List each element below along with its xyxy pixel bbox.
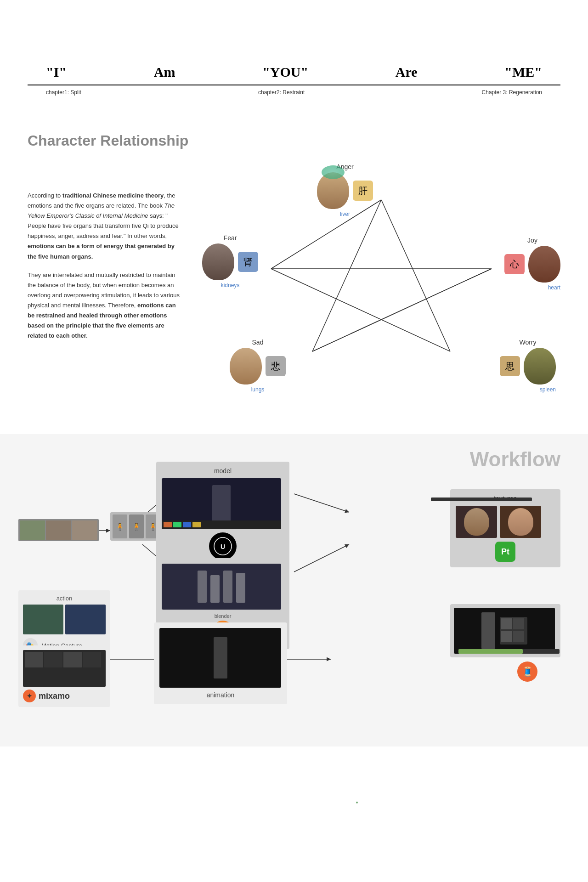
organ-fear-kidneys: Fear 肾 kidneys	[202, 234, 258, 288]
model-label: model	[162, 467, 284, 475]
action-screen-2	[65, 605, 106, 634]
action-screens	[23, 605, 106, 634]
animation-screen	[159, 628, 281, 688]
sad-face	[230, 348, 262, 384]
spleen-label: spleen	[540, 386, 556, 393]
mixamo-box: ✦ mixamo	[18, 645, 110, 707]
title-word-are: Are	[396, 64, 418, 80]
svg-line-12	[294, 494, 349, 512]
lungs-icon: 悲	[266, 356, 286, 376]
char-paragraph-1: According to traditional Chinese medicin…	[28, 191, 184, 262]
marvelous-designer-area: 🧵	[517, 662, 537, 682]
action-label: action	[23, 595, 106, 602]
title-word-am: Am	[154, 64, 175, 80]
skeleton-1	[198, 571, 207, 603]
animation-box: animation	[154, 622, 287, 704]
spleen-icon: 思	[500, 356, 520, 376]
mixamo-thumb-4	[83, 652, 101, 667]
char-content: According to traditional Chinese medicin…	[28, 163, 560, 402]
liver-label: liver	[340, 211, 350, 217]
rig-panel-item-4	[513, 631, 524, 642]
ue-screen	[162, 478, 281, 529]
mixamo-thumb-2	[44, 652, 62, 667]
photo-3	[72, 520, 97, 540]
timeline-hidden	[431, 498, 532, 501]
texture-screen-2	[500, 506, 541, 538]
blender-screen	[162, 564, 281, 610]
organ-worry-spleen: Worry 思 spleen	[500, 339, 556, 393]
ue-btn-4	[192, 522, 201, 527]
photo-strip	[18, 519, 99, 541]
skeleton-figures	[198, 571, 245, 603]
model-thumbs: 🧍 🧍 🧍	[110, 512, 163, 541]
model-thumb-1: 🧍	[113, 514, 127, 538]
svg-line-0	[381, 200, 450, 351]
blender-label: blender	[215, 613, 232, 619]
model-thumb-2: 🧍	[129, 514, 144, 538]
kidneys-label: kidneys	[221, 282, 240, 288]
substance-logo-area: Pt	[456, 542, 555, 562]
timeline-bar	[458, 649, 560, 654]
char-paragraph-2: They are interrelated and mutually restr…	[28, 270, 184, 341]
chapter3-label: Chapter 3: Regeneration	[482, 89, 542, 96]
mixamo-logo-area: ✦ mixamo	[23, 690, 106, 702]
ue-btn-2	[173, 522, 181, 527]
mixamo-icon: ✦	[23, 690, 36, 702]
organ-sad-lungs: Sad 悲 lungs	[230, 339, 286, 393]
skeleton-4	[236, 573, 245, 603]
texture-screens	[456, 506, 555, 538]
svg-line-13	[294, 544, 349, 572]
heart-label: heart	[548, 284, 560, 291]
svg-line-5	[312, 269, 492, 351]
pt-label: Pt	[501, 547, 509, 557]
substance-painter-logo: Pt	[495, 542, 515, 562]
rig-panel-item-1	[501, 618, 512, 629]
face-texture-1	[464, 508, 489, 536]
rig-figure	[481, 612, 495, 649]
char-text: According to traditional Chinese medicin…	[28, 163, 184, 402]
joy-face	[528, 246, 560, 283]
chapter1-label: chapter1: Split	[46, 89, 81, 96]
organ-joy-heart: Joy 心 heart	[504, 237, 560, 291]
worry-face	[524, 348, 556, 384]
anim-dot	[356, 802, 358, 803]
svg-text:U: U	[220, 543, 225, 550]
svg-line-1	[312, 200, 381, 351]
rig-panel-item-2	[513, 618, 524, 629]
anim-figure	[214, 637, 227, 678]
anger-face	[317, 172, 349, 209]
chapter2-label: chapter2: Restraint	[258, 89, 305, 96]
char-relationship-section: Character Relationship According to trad…	[0, 105, 588, 420]
rig-panel	[500, 617, 527, 645]
ue-btn-1	[164, 522, 172, 527]
skeleton-2	[210, 575, 220, 603]
skeleton-3	[223, 571, 232, 603]
photo-1	[20, 520, 45, 540]
animation-label: animation	[159, 691, 282, 699]
timeline-progress	[458, 649, 523, 654]
texture-screen-1	[456, 506, 497, 538]
marvelous-designer-logo: 🧵	[517, 662, 537, 682]
workflow-section: Workflow	[0, 434, 588, 746]
mixamo-label: mixamo	[39, 691, 70, 701]
svg-line-4	[271, 269, 450, 351]
liver-icon: 肝	[353, 181, 373, 201]
header-section: "I" Am "YOU" Are "ME" chapter1: Split ch…	[0, 0, 588, 105]
char-diagram: Anger 肝 liver Joy 心 heart	[202, 163, 560, 402]
title-word-i: "I"	[46, 64, 67, 80]
worry-label: Worry	[519, 339, 536, 346]
title-row: "I" Am "YOU" Are "ME"	[28, 64, 560, 85]
joy-label: Joy	[527, 237, 537, 244]
photo-2	[46, 520, 71, 540]
lungs-label: lungs	[251, 386, 265, 393]
workflow-diagram: 🧍 🧍 🧍 model	[0, 452, 588, 719]
fear-face	[202, 243, 234, 280]
chapters-row: chapter1: Split chapter2: Restraint Chap…	[28, 85, 560, 96]
sad-label: Sad	[252, 339, 264, 346]
rig-panel-item-3	[501, 631, 512, 642]
char-relationship-title: Character Relationship	[28, 132, 560, 149]
character-silhouette	[212, 485, 231, 522]
organ-anger-liver: Anger 肝 liver	[317, 163, 373, 217]
heart-icon: 心	[504, 254, 525, 274]
kidneys-icon: 肾	[238, 252, 258, 272]
